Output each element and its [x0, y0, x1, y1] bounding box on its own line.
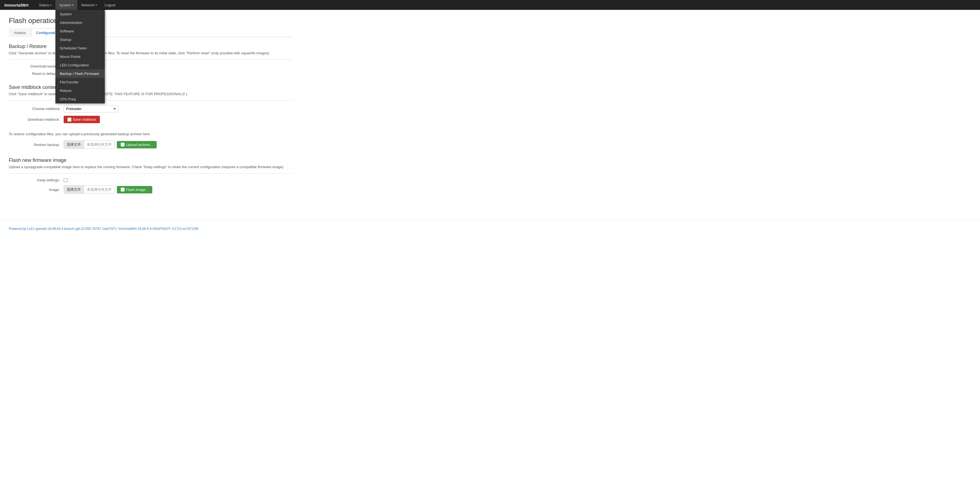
save-mtdblock-section: Save mtdblock contents Click "Save mtdbl…: [9, 84, 293, 123]
navbar: ImmortalWrt Status ▾ System ▾ System Adm…: [0, 0, 980, 10]
restore-file-input-wrap: 选择文件 未选择任何文件: [64, 140, 115, 149]
backup-restore-desc: Click "Generate archive" to download the…: [9, 51, 293, 55]
restore-file-name: 未选择任何文件: [84, 141, 115, 148]
menu-software[interactable]: Software: [56, 27, 105, 35]
image-upload-controls: 选择文件 未选择任何文件 Flash image...: [64, 186, 152, 194]
backup-restore-heading: Backup / Restore: [9, 44, 293, 49]
keep-settings-controls: [64, 178, 67, 182]
footer-link[interactable]: Powered by LuCI openwrt-18.06-k5.4 branc…: [9, 227, 198, 231]
save-mtdblock-desc: Click "Save mtdblock" to download specif…: [9, 92, 293, 96]
nav-logout-label: Logout: [105, 3, 116, 7]
menu-filetransfer[interactable]: FileTransfer: [56, 78, 105, 86]
keep-settings-checkbox[interactable]: [64, 178, 67, 182]
save-mtdblock-button[interactable]: Save mtdblock: [64, 116, 100, 123]
menu-cpu-freq[interactable]: CPU Freq: [56, 95, 105, 103]
image-label: Image:: [9, 188, 64, 192]
tab-actions[interactable]: Actions: [9, 28, 31, 37]
tabs-container: Actions Configuration: [9, 28, 293, 37]
brand-logo[interactable]: ImmortalWrt: [5, 3, 29, 7]
choose-mtdblock-row: Choose mtdblock Preloader ATF FIP Factor…: [9, 105, 293, 113]
image-upload-row: Image: 选择文件 未选择任何文件 Flash image...: [9, 186, 293, 194]
nav-status[interactable]: Status ▾: [35, 0, 56, 10]
menu-administration[interactable]: Administration: [56, 18, 105, 27]
page-content: Flash operations Actions Configuration B…: [0, 10, 302, 209]
restore-backup-section: To restore configuration files, you can …: [9, 132, 293, 149]
flash-image-label: Flash image...: [126, 188, 148, 192]
menu-reboot[interactable]: Reboot: [56, 86, 105, 95]
mtdblock-select[interactable]: Preloader ATF FIP Factory UBI: [64, 105, 119, 113]
flash-image-button[interactable]: Flash image...: [117, 186, 152, 193]
nav-system-label: System: [59, 3, 71, 7]
restore-backup-controls: 选择文件 未选择任何文件 Upload archive...: [64, 140, 157, 149]
flash-firmware-section: Flash new firmware image Upload a sysupg…: [9, 157, 293, 194]
page-title: Flash operations: [9, 16, 293, 25]
page-footer: Powered by LuCI openwrt-18.06-k5.4 branc…: [0, 220, 980, 237]
flash-firmware-desc: Upload a sysupgrade-compatible image her…: [9, 165, 293, 169]
section-divider-1: [9, 59, 293, 60]
system-dropdown-menu: System Administration Software Startup S…: [56, 10, 105, 103]
restore-backup-row: Restore backup: 选择文件 未选择任何文件 Upload arch…: [9, 140, 293, 149]
nav-logout[interactable]: Logout: [101, 0, 119, 10]
nav-network[interactable]: Network ▾: [77, 0, 101, 10]
nav-status-label: Status: [39, 3, 49, 7]
upload-archive-icon: [121, 143, 124, 146]
image-file-input-wrap: 选择文件 未选择任何文件: [64, 186, 115, 194]
image-file-choose-btn[interactable]: 选择文件: [64, 186, 84, 193]
menu-backup-flash[interactable]: Backup / Flash Firmware: [56, 69, 105, 78]
reset-defaults-row: Reset to defaults:: [9, 72, 293, 76]
image-file-name: 未选择任何文件: [84, 186, 115, 193]
download-mtdblock-label: Download mtdblock:: [9, 118, 64, 121]
download-mtdblock-row: Download mtdblock: Save mtdblock: [9, 116, 293, 123]
nav-status-caret: ▾: [50, 3, 52, 6]
restore-backup-label: Restore backup:: [9, 143, 64, 147]
menu-system[interactable]: System: [56, 10, 105, 18]
nav-network-caret: ▾: [95, 3, 97, 6]
keep-settings-row: Keep settings:: [9, 178, 293, 182]
save-mtdblock-heading: Save mtdblock contents: [9, 84, 293, 90]
menu-scheduled-tasks[interactable]: Scheduled Tasks: [56, 44, 105, 52]
menu-mount-points[interactable]: Mount Points: [56, 52, 105, 61]
upload-archive-button[interactable]: Upload archive...: [117, 141, 157, 148]
download-mtdblock-controls: Save mtdblock: [64, 116, 100, 123]
restore-backup-desc: To restore configuration files, you can …: [9, 132, 293, 136]
restore-file-choose-btn[interactable]: 选择文件: [64, 141, 84, 148]
nav-system[interactable]: System ▾ System Administration Software …: [56, 0, 77, 10]
menu-startup[interactable]: Startup: [56, 35, 105, 44]
nav-network-label: Network: [81, 3, 94, 7]
keep-settings-label: Keep settings:: [9, 178, 64, 182]
download-backup-row: Download backup:: [9, 64, 293, 68]
flash-image-icon: [121, 188, 124, 191]
save-mtdblock-icon: [67, 118, 72, 121]
backup-restore-section: Backup / Restore Click "Generate archive…: [9, 44, 293, 76]
nav-system-caret: ▾: [72, 3, 73, 6]
menu-led-configuration[interactable]: LED Configuration: [56, 61, 105, 69]
upload-archive-label: Upload archive...: [126, 143, 153, 147]
section-divider-2: [9, 100, 293, 101]
choose-mtdblock-controls: Preloader ATF FIP Factory UBI: [64, 105, 119, 113]
flash-firmware-heading: Flash new firmware image: [9, 157, 293, 163]
choose-mtdblock-label: Choose mtdblock: [9, 107, 64, 111]
save-mtdblock-label: Save mtdblock: [73, 118, 96, 121]
